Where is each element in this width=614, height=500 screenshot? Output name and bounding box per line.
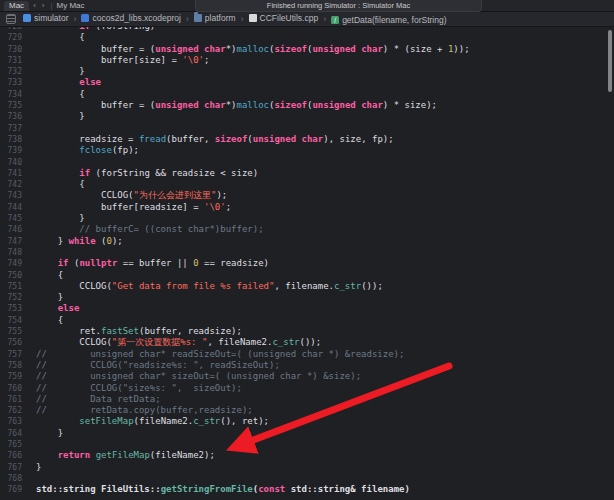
scheme-selector[interactable]: Mac [4, 1, 29, 11]
line-number: 753 [0, 303, 28, 314]
app-icon [23, 14, 31, 22]
code-line: 750 { [0, 270, 614, 281]
line-number: 745 [0, 213, 28, 224]
breadcrumb-separator: › [73, 14, 76, 24]
breadcrumb-label: CCFileUtils.cpp [260, 13, 319, 23]
code-line: 769std::string FileUtils::getStringFromF… [0, 484, 614, 495]
breadcrumb-label: platform [205, 13, 236, 23]
breadcrumb-item-cocos2d-libs-xcodeproj[interactable]: cocos2d_libs.xcodeproj [81, 13, 180, 23]
line-number: 750 [0, 270, 28, 281]
line-number: 733 [0, 77, 28, 88]
code-line: 754 { [0, 315, 614, 326]
code-line: 734 { [0, 89, 614, 100]
code-lines: 728 if (forString)729 {730 buffer = (uns… [0, 27, 614, 495]
line-number: 757 [0, 349, 28, 360]
code-line: 744 buffer[readsize] = '\0'; [0, 202, 614, 213]
code-line: 753 else [0, 303, 614, 314]
code-line: 768 [0, 473, 614, 484]
related-items-icon[interactable] [6, 14, 16, 24]
line-number: 765 [0, 439, 28, 450]
breadcrumb-label: simulator [34, 13, 68, 23]
code-line: 749 if (nullptr == buffer || 0 == readsi… [0, 258, 614, 269]
code-line: 730 buffer = (unsigned char*)malloc(size… [0, 44, 614, 55]
line-number: 732 [0, 66, 28, 77]
code-line: 729 { [0, 32, 614, 43]
code-line: 741 if (forString && readsize < size) [0, 168, 614, 179]
line-number: 744 [0, 202, 28, 213]
line-number: 738 [0, 134, 28, 145]
activity-status: Finished running Simulator : Simulator M… [195, 0, 482, 12]
line-number: 740 [0, 157, 28, 168]
breadcrumb-label: cocos2d_libs.xcodeproj [92, 13, 180, 23]
code-line: 732 } [0, 66, 614, 77]
line-number: 761 [0, 394, 28, 405]
run-destination[interactable]: My Mac [57, 1, 85, 11]
breadcrumb: simulator›cocos2d_libs.xcodeproj›platfor… [23, 13, 447, 26]
breadcrumb-item-platform[interactable]: platform [194, 13, 236, 23]
line-number: 735 [0, 100, 28, 111]
line-number: 766 [0, 450, 28, 461]
line-number: 763 [0, 416, 28, 427]
nav-forward-button[interactable]: › [42, 1, 47, 11]
line-number: 755 [0, 326, 28, 337]
code-line: 751 CCLOG("Get data from file %s failed"… [0, 281, 614, 292]
line-number: 734 [0, 89, 28, 100]
line-number: 730 [0, 44, 28, 55]
line-number: 729 [0, 32, 28, 43]
line-number: 764 [0, 428, 28, 439]
line-number: 769 [0, 484, 28, 495]
line-number: 741 [0, 168, 28, 179]
code-line: 736 } [0, 111, 614, 122]
code-line: 731 buffer[size] = '\0'; [0, 55, 614, 66]
code-line: 758// CCLOG("readsize%s: ", readSizeOut)… [0, 360, 614, 371]
vertical-scrollbar[interactable] [608, 30, 612, 92]
line-number: 768 [0, 473, 28, 484]
breadcrumb-item-ccfileutils-cpp[interactable]: CCFileUtils.cpp [249, 13, 319, 23]
code-line: 735 buffer = (unsigned char*)malloc(size… [0, 100, 614, 111]
toolbar-divider: | [50, 1, 52, 11]
code-line: 760// CCLOG("size%s: ", sizeOut); [0, 383, 614, 394]
code-line: 752 } [0, 292, 614, 303]
line-number: 759 [0, 371, 28, 382]
code-line: 757// unsigned char* readSizeOut=( (unsi… [0, 349, 614, 360]
code-line: 733 else [0, 77, 614, 88]
line-number: 754 [0, 315, 28, 326]
code-line: 738 readsize = fread(buffer, sizeof(unsi… [0, 134, 614, 145]
code-line: 764 } [0, 428, 614, 439]
line-number: 736 [0, 111, 28, 122]
code-line: 740 [0, 157, 614, 168]
nav-back-button[interactable]: ‹ [33, 1, 38, 11]
line-number: 767 [0, 462, 28, 473]
code-line: 746 // bufferC= ((const char*)buffer); [0, 224, 614, 235]
breadcrumb-label: getData(filename, forString) [342, 15, 446, 25]
folder-icon [194, 14, 202, 22]
breadcrumb-separator: › [241, 14, 244, 24]
line-number: 748 [0, 247, 28, 258]
code-line: 766 return getFileMap(fileName2); [0, 450, 614, 461]
status-text: Finished running Simulator : Simulator M… [267, 1, 410, 11]
breadcrumb-item-simulator[interactable]: simulator [23, 13, 68, 23]
line-number: 737 [0, 123, 28, 134]
line-number: 758 [0, 360, 28, 371]
code-line: 739 fclose(fp); [0, 145, 614, 156]
breadcrumb-item-getdata-filename-forstring-[interactable]: fgetData(filename, forString) [331, 15, 446, 25]
line-number: 751 [0, 281, 28, 292]
line-number: 752 [0, 292, 28, 303]
line-number: 760 [0, 383, 28, 394]
code-line: 755 ret.fastSet(buffer, readsize); [0, 326, 614, 337]
code-line: 745 } [0, 213, 614, 224]
code-line: 765 [0, 439, 614, 450]
file-cpp-icon [249, 14, 257, 22]
code-editor[interactable]: 728 if (forString)729 {730 buffer = (uns… [0, 27, 614, 500]
code-line: 737 [0, 123, 614, 134]
code-line: 767} [0, 462, 614, 473]
line-number: 749 [0, 258, 28, 269]
method-icon: f [331, 16, 339, 24]
code-line: 743 CCLOG("为什么会进到这里"); [0, 190, 614, 201]
breadcrumb-separator: › [186, 14, 189, 24]
line-number: 739 [0, 145, 28, 156]
code-line: 748 [0, 247, 614, 258]
code-line: 763 setFileMap(fileName2.c_str(), ret); [0, 416, 614, 427]
code-line: 742 { [0, 179, 614, 190]
code-line: 747 } while (0); [0, 236, 614, 247]
